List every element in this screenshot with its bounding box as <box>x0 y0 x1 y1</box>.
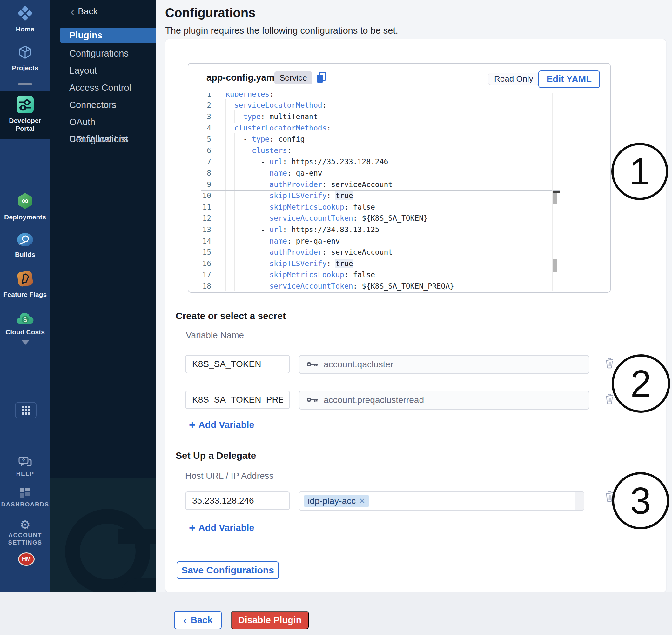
footer-bar <box>0 591 672 635</box>
delegate-tag-chip: idp-play-acc ✕ <box>304 495 369 507</box>
delete-row-button[interactable] <box>605 393 614 406</box>
code-line: 2 serviceLocatorMethod: <box>188 100 610 111</box>
tag-field-scroll-strip <box>575 492 584 510</box>
edit-yaml-button[interactable]: Edit YAML <box>538 70 600 88</box>
host-url-input[interactable] <box>185 491 290 510</box>
save-configurations-button[interactable]: Save Configurations <box>177 561 279 579</box>
sidebar-item-plugins[interactable]: Plugins <box>60 28 156 43</box>
sidebar-item-cloud-costs[interactable]: $ Cloud Costs <box>0 311 50 336</box>
line-number: 8 <box>188 169 211 177</box>
svg-text:?: ? <box>22 458 25 463</box>
delegate-tag-label: idp-play-acc <box>308 496 356 506</box>
line-number: 17 <box>188 270 211 279</box>
line-number: 1 <box>188 93 211 98</box>
add-variable-label: Add Variable <box>198 523 254 533</box>
harness-logo-icon <box>17 17 33 23</box>
sidebar-item-dashboards[interactable]: DASHBOARDS <box>0 488 50 508</box>
annotation-circle-3: 3 <box>612 472 669 529</box>
add-variable-link[interactable]: + Add Variable <box>189 523 254 533</box>
code-line: 16 skipTLSVerify: true <box>188 258 610 269</box>
help-chat-icon: ? <box>18 463 32 468</box>
code-line: 4 clusterLocatorMethods: <box>188 122 610 134</box>
sidebar-item-label: DASHBOARDS <box>0 501 50 508</box>
remove-tag-icon[interactable]: ✕ <box>359 497 365 505</box>
line-number: 3 <box>188 112 211 121</box>
sidebar-item-developer-portal[interactable]: Developer Portal <box>0 96 50 132</box>
module-grid-button[interactable] <box>15 402 37 418</box>
sidebar-item-builds[interactable]: Builds <box>0 233 50 259</box>
code-line: 18 serviceAccountToken: ${K8S_SA_TOKEN_P… <box>188 280 610 291</box>
plugin-menu: PluginsConfigurationsLayoutAccess Contro… <box>50 28 156 148</box>
chevron-left-icon: ‹ <box>183 616 187 625</box>
sidebar-item-configurations[interactable]: Configurations <box>50 45 156 62</box>
code-line: 14 name: pre-qa-env <box>188 235 610 247</box>
sidebar-item-help[interactable]: ? HELP <box>0 457 50 478</box>
footer-back-label: Back <box>191 615 213 626</box>
variable-name-label: Variable Name <box>186 330 244 341</box>
line-number: 9 <box>188 180 211 189</box>
code-line: 5 - type: config <box>188 133 610 145</box>
delete-row-button[interactable] <box>605 357 614 370</box>
code-line: 1kubernetes: <box>188 93 610 100</box>
plus-icon: + <box>189 523 195 532</box>
back-label: Back <box>78 6 97 17</box>
sidebar-item-label: Developer Portal <box>6 116 44 132</box>
annotation-circle-1: 1 <box>611 143 668 200</box>
line-number: 18 <box>188 282 211 290</box>
svg-text:$: $ <box>23 315 27 324</box>
annotation-number: 3 <box>630 479 651 522</box>
sidebar-item-layout[interactable]: Layout <box>50 62 156 79</box>
disable-plugin-button[interactable]: Disable Plugin <box>231 611 309 629</box>
avatar[interactable]: HM <box>18 552 35 566</box>
sidebar-item-label: Cloud Costs <box>0 328 50 336</box>
variable-name-input[interactable] <box>185 391 290 409</box>
sidebar-item-label: Builds <box>0 250 50 259</box>
scrollbar-current-line-mark <box>552 191 560 193</box>
line-number: 12 <box>188 214 211 222</box>
sidebar-item-oauth-configurations[interactable]: OAuth Configurations <box>50 113 156 131</box>
sidebar-item-access-control[interactable]: Access Control <box>50 79 156 96</box>
code-line: 3 type: multiTenant <box>188 111 610 122</box>
plus-icon: + <box>189 420 195 430</box>
add-variable-label: Add Variable <box>198 420 254 430</box>
scrollbar-mark <box>552 259 557 272</box>
footer-back-button[interactable]: ‹ Back <box>174 611 222 629</box>
grid-icon <box>22 406 30 415</box>
line-number: 16 <box>188 259 211 268</box>
sidebar-item-label: SETTINGS <box>0 539 50 546</box>
editor-filename: app-config.yaml <box>207 72 277 83</box>
code-line: 8 name: qa-env <box>188 167 610 179</box>
sidebar-item-projects[interactable]: Projects <box>0 44 50 72</box>
add-variable-link[interactable]: + Add Variable <box>189 420 254 430</box>
sidebar-item-home[interactable]: Home <box>0 5 50 33</box>
line-number: 14 <box>188 237 211 245</box>
primary-sidebar: Home Projects Developer Portal <box>0 0 50 635</box>
cloud-dollar-icon: $ <box>17 320 34 325</box>
sidebar-divider <box>18 83 32 85</box>
delegate-tag-field[interactable]: idp-play-acc ✕ <box>299 491 584 510</box>
copy-icon[interactable] <box>316 72 327 85</box>
chevron-down-icon[interactable] <box>21 340 29 345</box>
secret-selector[interactable]: account.preqaclusterread <box>299 391 589 410</box>
sidebar-item-connectors[interactable]: Connectors <box>50 96 156 113</box>
back-link[interactable]: ‹ Back <box>70 6 98 17</box>
sidebar-item-feature-flags[interactable]: Feature Flags <box>0 270 50 299</box>
sidebar-item-deployments[interactable]: ∞ Deployments <box>0 192 50 221</box>
code-line: 12 serviceAccountToken: ${K8S_SA_TOKEN} <box>188 213 610 224</box>
service-badge: Service <box>275 71 312 84</box>
scrollbar-mark <box>552 191 557 204</box>
chevron-left-icon: ‹ <box>70 7 74 16</box>
infinity-hexagon-icon: ∞ <box>17 205 33 211</box>
line-number: 7 <box>188 157 211 166</box>
code-line: 6 clusters: <box>188 145 610 156</box>
delegate-section-heading: Set Up a Delegate <box>176 450 256 461</box>
dashboards-icon <box>20 494 30 499</box>
secret-selector[interactable]: account.qacluster <box>299 355 589 374</box>
secret-section-heading: Create or select a secret <box>176 310 286 321</box>
decorative-bar <box>118 529 156 544</box>
variable-name-input[interactable] <box>185 355 290 373</box>
sidebar-item-account-settings[interactable]: ⚙ ACCOUNT SETTINGS <box>0 519 50 546</box>
sidebar-item-url-allow-list[interactable]: URL Allow List <box>50 131 156 148</box>
sidebar-item-label: Projects <box>0 64 50 72</box>
code-line: 7 - url: https://35.233.128.246 <box>188 156 610 168</box>
